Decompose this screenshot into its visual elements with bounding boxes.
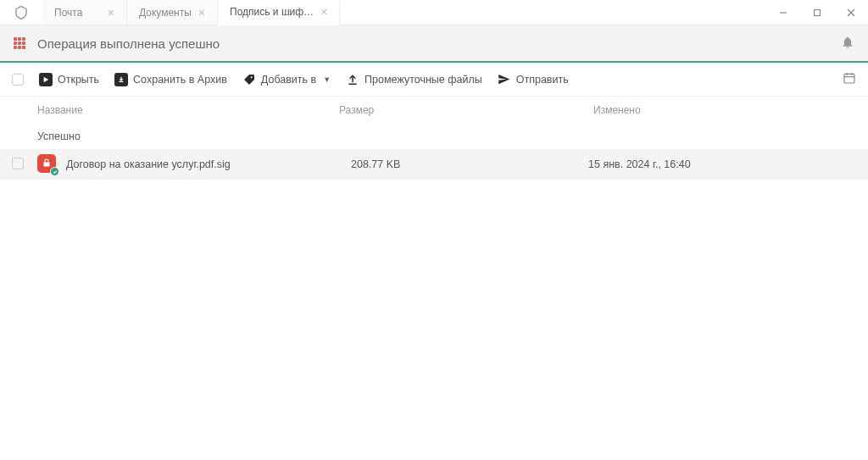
intermediate-files-button[interactable]: Промежуточные файлы: [346, 73, 482, 86]
tab-label: Документы: [139, 7, 192, 19]
close-window-button[interactable]: [834, 0, 868, 25]
maximize-button[interactable]: [800, 0, 834, 25]
tab-label: Подпись и шиф…: [230, 6, 314, 18]
column-header-name[interactable]: Название: [34, 104, 339, 116]
file-size: 208.77 KB: [342, 158, 588, 170]
add-to-button[interactable]: Добавить в ▼: [242, 73, 331, 86]
intermediate-label: Промежуточные файлы: [364, 74, 482, 86]
group-label: Успешно: [34, 130, 339, 142]
notifications-icon[interactable]: [841, 36, 854, 52]
svg-rect-1: [815, 9, 821, 15]
close-icon[interactable]: ×: [198, 7, 205, 19]
svg-rect-6: [844, 74, 854, 83]
tab-label: Почта: [54, 7, 101, 19]
tab-mail[interactable]: Почта ×: [42, 0, 127, 25]
select-all-checkbox[interactable]: [12, 74, 24, 86]
column-header-size[interactable]: Размер: [339, 104, 593, 116]
toolbar: Открыть Сохранить в Архив Добавить в ▼ П…: [0, 63, 868, 97]
open-button[interactable]: Открыть: [39, 73, 99, 86]
group-row-success: Успешно: [0, 124, 868, 149]
svg-marker-4: [44, 76, 49, 81]
save-archive-label: Сохранить в Архив: [133, 74, 227, 86]
list-header: Название Размер Изменено: [0, 97, 868, 124]
tab-sign-encrypt[interactable]: Подпись и шиф… ×: [218, 1, 340, 25]
app-logo-icon[interactable]: [0, 0, 42, 25]
minimize-button[interactable]: [766, 0, 800, 25]
send-label: Отправить: [516, 74, 569, 86]
page-title: Операция выполнена успешно: [37, 36, 220, 51]
titlebar: Почта × Документы × Подпись и шиф… ×: [0, 0, 868, 25]
window-controls: [766, 0, 868, 25]
calendar-icon[interactable]: [843, 71, 856, 87]
svg-point-5: [250, 76, 252, 78]
list-item[interactable]: Договор на оказание услуг.pdf.sig 208.77…: [0, 149, 868, 180]
chevron-down-icon: ▼: [323, 75, 331, 84]
close-icon[interactable]: ×: [108, 7, 114, 19]
row-checkbox[interactable]: [12, 158, 24, 169]
tag-icon: [242, 73, 256, 86]
play-icon: [39, 73, 53, 86]
close-icon[interactable]: ×: [320, 6, 327, 18]
save-archive-button[interactable]: Сохранить в Архив: [114, 73, 227, 86]
send-button[interactable]: Отправить: [498, 73, 569, 86]
upload-icon: [346, 73, 359, 86]
add-to-label: Добавить в: [261, 74, 316, 86]
tab-strip: Почта × Документы × Подпись и шиф… ×: [42, 0, 340, 25]
download-icon: [114, 73, 128, 86]
apps-grid-icon[interactable]: [14, 37, 25, 49]
file-modified: 15 янв. 2024 г., 16:40: [588, 158, 856, 170]
page-header: Операция выполнена успешно: [0, 25, 868, 63]
tab-documents[interactable]: Документы ×: [127, 0, 218, 25]
status-badge-icon: [50, 167, 59, 176]
file-type-icon: [37, 154, 58, 175]
open-label: Открыть: [58, 74, 99, 86]
column-header-modified[interactable]: Изменено: [593, 104, 856, 116]
paper-plane-icon: [498, 73, 511, 86]
file-name: Договор на оказание услуг.pdf.sig: [66, 158, 342, 170]
